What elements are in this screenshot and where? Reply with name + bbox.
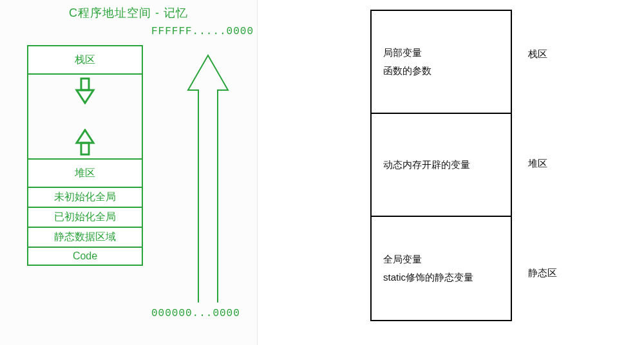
segment-heap: 堆区 (27, 158, 143, 188)
row-label-static: 静态区 (528, 267, 557, 279)
row-text: 动态内存开辟的变量 (383, 156, 499, 174)
svg-marker-2 (77, 130, 93, 143)
table-row: 动态内存开辟的变量 (372, 114, 511, 217)
arrow-up-icon (74, 129, 96, 156)
row-label-stack: 栈区 (528, 48, 547, 61)
row-text: 全局变量 (383, 250, 499, 269)
row-label-heap: 堆区 (528, 158, 547, 170)
segment-data: 已初始化全局 (27, 207, 143, 228)
row-text: static修饰的静态变量 (383, 268, 499, 287)
arrow-down-icon (74, 77, 96, 104)
segment-stack: 栈区 (27, 45, 143, 75)
row-text: 函数的参数 (383, 62, 499, 80)
memory-segments: 栈区 堆区 未初始化全局 已初始化全局 静态数据区域 Code (27, 45, 143, 266)
diagram-title: C程序地址空间 - 记忆 (0, 0, 257, 21)
memory-region-table: 局部变量 函数的参数 动态内存开辟的变量 全局变量 static修饰的静态变量 … (258, 0, 644, 345)
stack-heap-gap (27, 75, 143, 158)
svg-rect-3 (81, 143, 89, 154)
table-row: 局部变量 函数的参数 (372, 11, 511, 114)
high-address-label: FFFFFF.....0000 (151, 26, 254, 37)
svg-rect-0 (81, 79, 89, 90)
c-memory-diagram: C程序地址空间 - 记忆 FFFFFF.....0000 栈区 堆区 未初始化全… (0, 0, 258, 345)
segment-bss: 未初始化全局 (27, 187, 143, 208)
segment-code: Code (27, 247, 143, 266)
segment-static: 静态数据区域 (27, 227, 143, 248)
svg-marker-1 (77, 90, 93, 103)
low-address-label: 000000...0000 (151, 308, 240, 319)
row-text: 局部变量 (383, 44, 499, 62)
region-table: 局部变量 函数的参数 动态内存开辟的变量 全局变量 static修饰的静态变量 (370, 10, 512, 321)
address-growth-arrow-icon (185, 51, 231, 303)
table-row: 全局变量 static修饰的静态变量 (372, 217, 511, 320)
